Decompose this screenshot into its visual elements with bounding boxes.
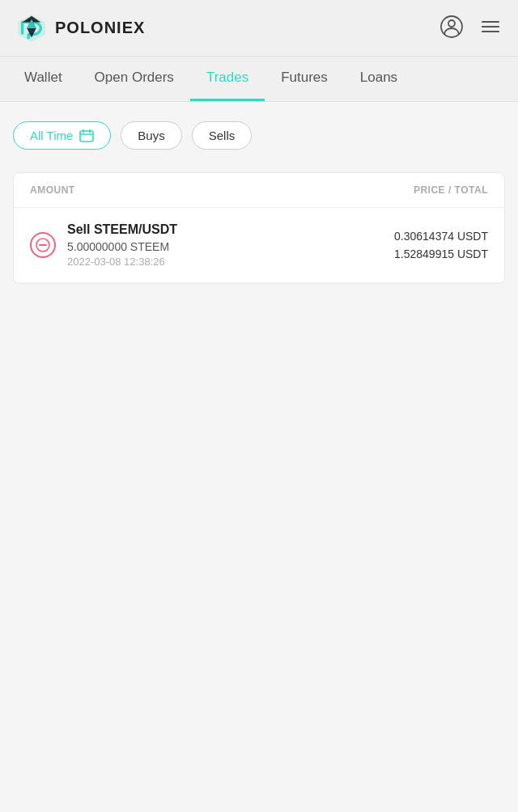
main-navigation: Wallet Open Orders Trades Futures Loans [0, 57, 518, 102]
all-time-filter-button[interactable]: All Time [13, 121, 111, 150]
tab-loans[interactable]: Loans [344, 57, 414, 101]
tab-trades[interactable]: Trades [190, 57, 265, 101]
content-area: All Time Buys Sells AMOUNT PRICE / TOTAL [0, 102, 518, 303]
trade-total: 1.52849915 USDT [394, 247, 488, 260]
app-header: POLONIEX [0, 0, 518, 57]
header-actions [440, 15, 502, 41]
buys-label: Buys [138, 129, 164, 142]
trade-prices: 0.30614374 USDT 1.52849915 USDT [394, 230, 488, 260]
tab-open-orders[interactable]: Open Orders [79, 57, 190, 101]
logo-container: POLONIEX [16, 13, 145, 44]
all-time-label: All Time [30, 129, 73, 142]
trade-info: Sell STEEM/USDT 5.00000000 STEEM 2022-03… [67, 222, 394, 268]
sell-indicator-icon [30, 232, 56, 258]
sells-label: Sells [209, 129, 236, 142]
table-header: AMOUNT PRICE / TOTAL [14, 173, 504, 208]
tab-wallet[interactable]: Wallet [8, 57, 79, 101]
table-row[interactable]: Sell STEEM/USDT 5.00000000 STEEM 2022-03… [14, 208, 504, 283]
svg-rect-6 [80, 131, 93, 142]
col-amount-header: AMOUNT [30, 184, 75, 196]
user-icon[interactable] [440, 15, 463, 41]
trade-date: 2022-03-08 12:38:26 [67, 256, 394, 268]
buys-filter-button[interactable]: Buys [121, 121, 181, 150]
app-name: POLONIEX [55, 19, 145, 37]
poloniex-logo-icon [16, 13, 47, 44]
trade-amount: 5.00000000 STEEM [67, 240, 394, 253]
trades-table: AMOUNT PRICE / TOTAL Sell STEEM/USDT 5.0… [13, 172, 505, 284]
trade-title: Sell STEEM/USDT [67, 222, 394, 237]
trade-price: 0.30614374 USDT [394, 230, 488, 243]
svg-point-2 [448, 20, 455, 27]
filter-row: All Time Buys Sells [13, 121, 505, 150]
tab-futures[interactable]: Futures [265, 57, 344, 101]
sells-filter-button[interactable]: Sells [192, 121, 253, 150]
col-price-total-header: PRICE / TOTAL [414, 184, 488, 196]
hamburger-menu-icon[interactable] [479, 15, 502, 41]
calendar-icon [79, 129, 94, 142]
